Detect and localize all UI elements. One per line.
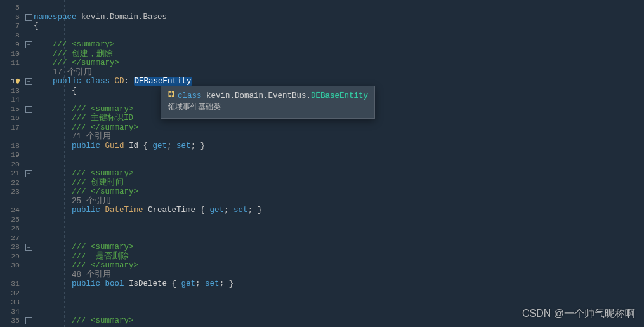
code-line[interactable] [34, 215, 72, 225]
code-line[interactable]: public class CD: DEBaseEntity [34, 77, 192, 86]
code-line[interactable] [34, 31, 53, 41]
code-line[interactable]: public Guid Id { get; set; } [34, 142, 205, 151]
code-line[interactable]: /// <summary> [34, 169, 134, 178]
code-line[interactable]: /// 主键标识ID [34, 114, 133, 123]
code-line[interactable]: public bool IsDelete { get; set; } [34, 279, 233, 289]
line-number: 5 [0, 3, 23, 13]
quickinfo-tooltip: class kevin.Domain.EventBus.DEBaseEntity… [161, 86, 375, 119]
line-number: 28 [0, 243, 23, 252]
code-line[interactable]: /// </summary> [34, 58, 119, 68]
line-number [0, 197, 23, 206]
line-number: 9 [0, 40, 23, 50]
line-number: 24 [0, 206, 23, 215]
code-editor[interactable]: 567891011 121314151617 181920212223 2425… [0, 0, 644, 327]
line-number: 33 [0, 298, 23, 307]
code-line[interactable] [34, 95, 72, 105]
code-line[interactable]: /// </summary> [34, 187, 138, 197]
fold-toggle[interactable]: − [25, 14, 32, 21]
code-line[interactable] [34, 234, 72, 243]
line-number [0, 270, 23, 280]
code-line[interactable]: /// 创建，删除 [34, 50, 113, 59]
svg-rect-0 [17, 83, 19, 84]
line-number: 16 [0, 114, 23, 123]
code-line[interactable] [34, 289, 72, 298]
line-number: 34 [0, 307, 23, 317]
class-icon [168, 90, 175, 102]
tooltip-description: 领域事件基础类 [168, 102, 368, 113]
fold-column[interactable]: −−−−−−− [23, 0, 34, 327]
line-number: 26 [0, 224, 23, 234]
code-line[interactable]: 25 个引用 [34, 197, 111, 206]
line-number: 20 [0, 160, 23, 170]
code-line[interactable] [34, 160, 72, 170]
line-number: 8 [0, 31, 23, 41]
tooltip-typename: DEBaseEntity [311, 91, 368, 100]
lightbulb-icon[interactable] [14, 77, 22, 85]
line-number: 22 [0, 178, 23, 188]
fold-toggle[interactable]: − [25, 244, 32, 251]
fold-toggle[interactable]: − [25, 106, 32, 113]
code-line[interactable]: public DateTime CreateTime { get; set; } [34, 206, 262, 215]
code-line[interactable]: /// <summary> [34, 105, 134, 114]
line-number: 23 [0, 187, 23, 197]
code-line[interactable]: 17 个引用 [34, 68, 92, 77]
line-number: 17 [0, 123, 23, 133]
code-line[interactable]: 48 个引用 [34, 270, 111, 280]
fold-toggle[interactable]: − [25, 317, 32, 324]
line-number: 25 [0, 215, 23, 225]
line-number: 14 [0, 95, 23, 105]
code-area[interactable]: namespace kevin.Domain.Bases{ /// <summa… [34, 0, 644, 327]
line-number: 30 [0, 261, 23, 270]
code-line[interactable]: /// <summary> [34, 40, 115, 50]
tooltip-namespace: kevin.Domain.EventBus. [202, 91, 312, 100]
line-number: 19 [0, 150, 23, 160]
tooltip-keyword: class [178, 91, 202, 100]
code-line[interactable]: /// <summary> [34, 243, 134, 252]
fold-toggle[interactable]: − [25, 170, 32, 177]
line-number [0, 132, 23, 142]
code-line[interactable]: /// 创建时间 [34, 178, 124, 188]
code-line[interactable] [34, 298, 72, 307]
line-number: 7 [0, 22, 23, 31]
code-line[interactable] [34, 224, 72, 234]
code-line[interactable]: { [34, 86, 77, 96]
fold-toggle[interactable]: − [25, 41, 32, 48]
code-line[interactable]: { [34, 22, 39, 31]
code-line[interactable] [34, 307, 72, 317]
line-number: 27 [0, 234, 23, 243]
line-number: 21 [0, 169, 23, 178]
code-line[interactable]: 71 个引用 [34, 132, 111, 142]
line-number [0, 68, 23, 77]
fold-toggle[interactable]: − [25, 78, 32, 85]
code-line[interactable] [34, 150, 72, 160]
code-line[interactable]: /// </summary> [34, 261, 138, 270]
code-line[interactable]: namespace kevin.Domain.Bases [34, 13, 167, 22]
line-number: 35 [0, 316, 23, 326]
code-line[interactable]: /// <summary> [34, 316, 134, 326]
line-number: 18 [0, 142, 23, 151]
code-line[interactable]: /// 是否删除 [34, 252, 129, 262]
watermark: CSDN @一个帅气昵称啊 [522, 307, 635, 321]
line-number: 31 [0, 279, 23, 289]
line-number: 10 [0, 50, 23, 59]
line-number: 32 [0, 289, 23, 298]
line-number: 6 [0, 13, 23, 22]
code-line[interactable]: /// </summary> [34, 123, 138, 133]
line-number-gutter: 567891011 121314151617 181920212223 2425… [0, 0, 23, 327]
line-number: 29 [0, 252, 23, 262]
line-number: 11 [0, 58, 23, 68]
line-number: 15 [0, 105, 23, 114]
line-number: 13 [0, 86, 23, 96]
